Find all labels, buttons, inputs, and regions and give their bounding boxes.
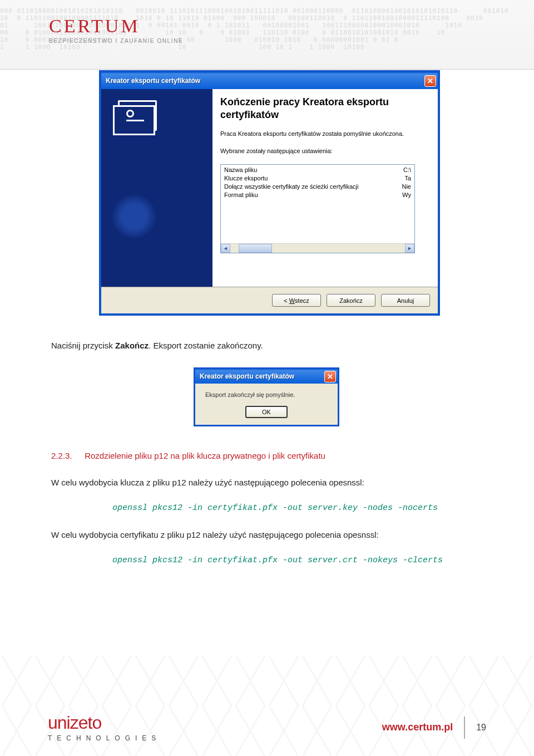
- scroll-right-button[interactable]: ►: [405, 244, 414, 253]
- section-number: 2.2.3.: [51, 451, 82, 460]
- setting-value: Ta: [399, 174, 411, 183]
- code-line: openssl pkcs12 -in certyfikat.pfx -out s…: [112, 503, 438, 513]
- certum-logo: CERTUM BEZPIECZEŃSTWO I ZAUFANIE ONLINE: [49, 16, 183, 44]
- close-icon[interactable]: ✕: [424, 75, 436, 87]
- messagebox-title: Kreator eksportu certyfikatów: [200, 372, 294, 380]
- messagebox-text: Eksport zakończył się pomyślnie.: [203, 391, 330, 398]
- list-item: Nazwa pliku C:\: [222, 166, 413, 174]
- wizard-heading: Kończenie pracy Kreatora eksportu certyf…: [220, 96, 428, 121]
- scroll-left-button[interactable]: ◄: [221, 244, 230, 253]
- page-footer: unizeto TECHNOLOGIES www.certum.pl 19: [0, 713, 534, 742]
- setting-key: Format pliku: [224, 191, 258, 199]
- instruction-text: Naciśnij przycisk Zakończ. Eksport zosta…: [51, 341, 263, 350]
- scroll-track[interactable]: [230, 244, 405, 253]
- wizard-title: Kreator eksportu certyfikatów: [106, 77, 200, 85]
- setting-key: Nazwa pliku: [224, 166, 257, 174]
- section-heading: 2.2.3. Rozdzielenie pliku p12 na plik kl…: [51, 451, 325, 460]
- wizard-side-graphic: [101, 89, 212, 287]
- close-icon[interactable]: ✕: [324, 371, 336, 382]
- horizontal-scrollbar[interactable]: ◄ ►: [221, 243, 414, 253]
- setting-key: Dołącz wszystkie certyfikaty ze ścieżki …: [224, 183, 358, 191]
- page-number: 19: [476, 723, 486, 733]
- finish-button[interactable]: Zakończ: [327, 294, 375, 307]
- footer-right: www.certum.pl 19: [382, 716, 486, 739]
- section-title: Rozdzielenie pliku p12 na plik klucza pr…: [85, 451, 325, 460]
- brand-tagline: BEZPIECZEŃSTWO I ZAUFANIE ONLINE: [49, 38, 183, 44]
- success-messagebox: Kreator eksportu certyfikatów ✕ Eksport …: [194, 367, 339, 426]
- ok-button[interactable]: OK: [245, 406, 288, 418]
- certificate-icon: [118, 100, 157, 131]
- unizeto-logo: unizeto TECHNOLOGIES: [48, 713, 161, 742]
- code-line: openssl pkcs12 -in certyfikat.pfx -out s…: [112, 556, 443, 565]
- footer-separator: [464, 716, 465, 739]
- setting-key: Klucze eksportu: [224, 174, 268, 183]
- wizard-titlebar: Kreator eksportu certyfikatów ✕: [101, 72, 438, 89]
- export-wizard-window: Kreator eksportu certyfikatów ✕ Kończeni…: [99, 70, 440, 316]
- footer-brand: unizeto: [48, 713, 161, 733]
- wizard-main: Kończenie pracy Kreatora eksportu certyf…: [212, 89, 438, 287]
- wizard-settings-label: Wybrane zostały następujące ustawienia:: [220, 147, 428, 155]
- settings-listbox[interactable]: Nazwa pliku C:\ Klucze eksportu Ta Dołąc…: [220, 164, 415, 253]
- setting-value: Wy: [397, 191, 411, 199]
- setting-value: Nie: [396, 183, 411, 191]
- footer-url: www.certum.pl: [382, 721, 453, 733]
- list-item: Format pliku Wy: [222, 191, 413, 199]
- scroll-thumb[interactable]: [239, 244, 272, 253]
- seal-icon: [112, 195, 156, 238]
- cancel-button[interactable]: Anuluj: [381, 294, 430, 307]
- paragraph: W celu wydobycia klucza z pliku p12 nale…: [51, 477, 483, 489]
- wizard-footer: < Wstecz Zakończ Anuluj: [101, 287, 438, 313]
- brand-name: CERTUM: [49, 16, 183, 37]
- footer-brand-tag: TECHNOLOGIES: [48, 734, 161, 742]
- paragraph: W celu wydobycia certyfikatu z pliku p12…: [51, 529, 483, 541]
- messagebox-titlebar: Kreator eksportu certyfikatów ✕: [195, 369, 338, 384]
- wizard-body: Kończenie pracy Kreatora eksportu certyf…: [101, 89, 438, 287]
- back-button[interactable]: < Wstecz: [272, 294, 321, 307]
- wizard-done-text: Praca Kreatora eksportu certyfikatów zos…: [220, 130, 428, 138]
- list-item: Dołącz wszystkie certyfikaty ze ścieżki …: [222, 183, 413, 191]
- setting-value: C:\: [398, 166, 411, 174]
- list-item: Klucze eksportu Ta: [222, 174, 413, 183]
